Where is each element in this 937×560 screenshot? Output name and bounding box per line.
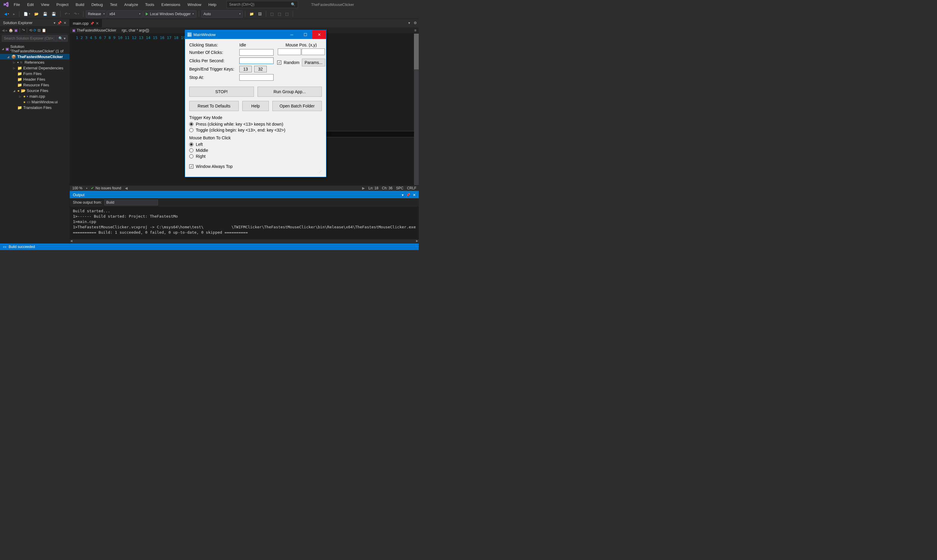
stop-at-input[interactable] (239, 74, 273, 81)
press-radio[interactable] (189, 122, 193, 126)
main-cpp-file[interactable]: ▷●▪ main.cpp (0, 94, 69, 99)
save-all-button[interactable]: 💾 (50, 11, 58, 17)
menu-test[interactable]: Test (107, 1, 120, 8)
resize-grip-icon[interactable]: ⋰ (189, 170, 322, 173)
undo-button[interactable]: ↶▾ (63, 11, 71, 17)
menu-analyze[interactable]: Analyze (121, 1, 141, 8)
menu-debug[interactable]: Debug (88, 1, 106, 8)
mouse-y-input[interactable] (302, 49, 325, 55)
app-titlebar[interactable]: MainWindow ─ ☐ ✕ (185, 30, 326, 39)
pin-icon[interactable]: 📌 (90, 22, 94, 25)
menu-help[interactable]: Help (205, 1, 219, 8)
close-icon[interactable]: ✕ (63, 21, 66, 25)
num-clicks-input[interactable] (239, 49, 273, 56)
close-tab-icon[interactable]: ✕ (96, 21, 99, 26)
tab-main-cpp[interactable]: main.cpp 📌 ✕ (70, 19, 102, 28)
home-icon[interactable]: 🏠 (9, 28, 13, 32)
toolbar-icon-1[interactable]: 📁 (248, 11, 256, 17)
solution-root[interactable]: ◢▣ Solution 'TheFastestMouseClicker' (1 … (0, 44, 69, 54)
collapse-icon[interactable]: ⊟ (37, 28, 40, 32)
menu-extensions[interactable]: Extensions (158, 1, 183, 8)
left-radio-row[interactable]: Left (189, 142, 322, 147)
refresh-icon[interactable]: ⟳ (33, 28, 36, 32)
nav-fwd-button[interactable]: ▸ (11, 11, 17, 17)
random-checkbox[interactable] (277, 60, 281, 65)
always-top-row[interactable]: Window Always Top (189, 164, 322, 169)
auto-dropdown[interactable]: Auto▾ (201, 11, 242, 18)
external-deps-folder[interactable]: ▷📁 External Dependencies (0, 65, 69, 71)
menu-window[interactable]: Window (184, 1, 204, 8)
toolbar-icon-4[interactable]: ⬚ (276, 11, 283, 17)
solution-search-input[interactable] (2, 35, 57, 42)
back-icon[interactable]: ◀ (2, 28, 5, 32)
nav-back-button[interactable]: ◀ ▾ (2, 11, 11, 17)
menu-file[interactable]: File (11, 1, 23, 8)
settings-icon[interactable]: ⚙ (412, 19, 419, 28)
run-group-button[interactable]: Run Group App... (258, 87, 322, 97)
vertical-scrollbar[interactable] (414, 34, 419, 185)
pin-icon[interactable]: 📌 (57, 21, 62, 25)
issues-indicator[interactable]: ✔ No issues found (91, 186, 121, 190)
trigger-key2-input[interactable] (254, 66, 267, 72)
help-button[interactable]: Help (242, 101, 269, 111)
press-radio-row[interactable]: Press (clicking while: key <13> keeps hi… (189, 122, 322, 126)
global-search[interactable]: Search (Ctrl+Q) 🔍 (227, 1, 298, 8)
trigger-key1-input[interactable] (239, 66, 252, 72)
menu-view[interactable]: View (38, 1, 52, 8)
pin-icon[interactable]: 📌 (406, 193, 411, 197)
right-radio-row[interactable]: Right (189, 154, 322, 159)
close-button[interactable]: ✕ (312, 30, 326, 39)
toggle-radio-row[interactable]: Toggle (clicking begin: key <13>, end: k… (189, 128, 322, 132)
menu-build[interactable]: Build (73, 1, 87, 8)
config-dropdown[interactable]: Release▾ (86, 11, 107, 18)
pending-icon[interactable]: °• (22, 28, 25, 32)
split-icon[interactable]: ≡ (414, 28, 416, 32)
panel-dropdown-icon[interactable]: ▾ (54, 21, 56, 25)
translation-files-folder[interactable]: ▷📁 Translation Files (0, 105, 69, 111)
resource-files-folder[interactable]: ▷📁 Resource Files (0, 82, 69, 88)
minimize-button[interactable]: ─ (285, 30, 299, 39)
toggle-radio[interactable] (189, 128, 193, 132)
save-button[interactable]: 💾 (41, 11, 49, 17)
project-node[interactable]: ◢📦 TheFastestMouseClicker (0, 54, 69, 60)
maximize-button[interactable]: ☐ (299, 30, 312, 39)
zoom-level[interactable]: 100 % (72, 186, 82, 190)
references-folder[interactable]: ▷▪◾ References (0, 60, 69, 65)
run-debugger-button[interactable]: Local Windows Debugger ▾ (143, 11, 196, 18)
source-files-folder[interactable]: ◢●📂 Source Files (0, 88, 69, 94)
fwd-icon[interactable]: ▸ (6, 28, 8, 32)
right-radio[interactable] (189, 154, 193, 158)
menu-tools[interactable]: Tools (142, 1, 157, 8)
menu-project[interactable]: Project (53, 1, 71, 8)
stop-button[interactable]: STOP! (189, 87, 254, 97)
mainwindow-ui-file[interactable]: ▷●▭ MainWindow.ui (0, 99, 69, 105)
breadcrumb-project[interactable]: ▣TheFastestMouseClicker (72, 28, 116, 32)
middle-radio-row[interactable]: Middle (189, 148, 322, 153)
toolbar-icon-5[interactable]: ⬚ (283, 11, 290, 17)
cps-input[interactable] (239, 57, 273, 64)
platform-dropdown[interactable]: x64▾ (107, 11, 142, 18)
open-button[interactable]: 📂 (32, 11, 40, 17)
redo-button[interactable]: ↷▾ (72, 11, 81, 17)
header-files-folder[interactable]: ▷📁 Header Files (0, 77, 69, 82)
switch-views-icon[interactable]: ▣ (14, 28, 18, 32)
new-item-button[interactable]: 📄▾ (22, 11, 32, 17)
output-text[interactable]: Build started... 1>------ Build started:… (70, 207, 419, 239)
reset-button[interactable]: Reset To Defaults (189, 101, 239, 111)
output-dropdown-icon[interactable]: ▾ (402, 193, 403, 197)
tab-menu-icon[interactable]: ▾ (406, 19, 412, 28)
batch-button[interactable]: Open Batch Folder (272, 101, 322, 111)
middle-radio[interactable] (189, 148, 193, 152)
toolbar-icon-3[interactable]: ⬚ (269, 11, 275, 17)
form-files-folder[interactable]: ▷📁 Form Files (0, 71, 69, 77)
toolbar-icon-2[interactable]: 🖼 (256, 11, 264, 17)
close-icon[interactable]: ✕ (413, 193, 416, 197)
menu-edit[interactable]: Edit (24, 1, 37, 8)
show-all-icon[interactable]: 📋 (42, 28, 46, 32)
mouse-x-input[interactable] (278, 49, 301, 55)
left-radio[interactable] (189, 142, 193, 146)
always-top-checkbox[interactable] (189, 164, 193, 169)
output-source-dropdown[interactable]: Build (104, 200, 158, 205)
sync-icon[interactable]: ⟲ (29, 28, 32, 32)
search-icon[interactable]: 🔍 ▾ (57, 35, 68, 42)
